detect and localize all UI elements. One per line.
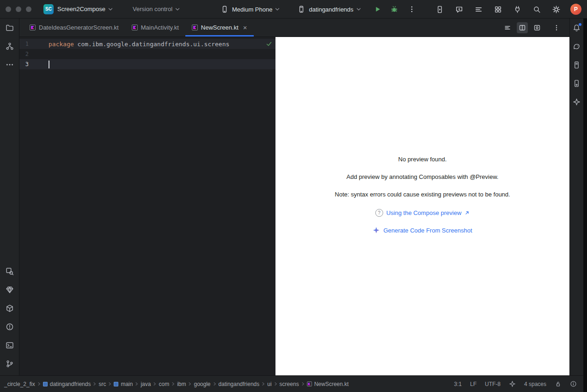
status-gemini-widget[interactable] xyxy=(509,380,516,387)
phone-files-icon xyxy=(573,61,581,69)
close-tab-button[interactable]: × xyxy=(243,24,247,31)
app-inspection-button[interactable] xyxy=(2,263,18,279)
project-selector[interactable]: Screen2Compose xyxy=(54,0,113,18)
problems-button[interactable] xyxy=(2,319,18,335)
terminal-icon xyxy=(6,341,14,349)
tab-label: MainActivity.kt xyxy=(141,24,179,31)
code-view-button[interactable] xyxy=(502,22,513,33)
maximize-window-button[interactable] xyxy=(26,6,31,12)
generate-link-label: Generate Code From Screenshot xyxy=(383,227,472,234)
breadcrumb-item[interactable]: screens xyxy=(279,381,300,387)
chevron-right-icon xyxy=(301,382,305,386)
hierarchy-icon xyxy=(6,42,14,50)
sparkle-icon xyxy=(509,380,516,387)
breadcrumb-item[interactable]: main xyxy=(113,381,133,387)
version-control-menu[interactable]: Version control xyxy=(129,0,180,18)
status-readonly-toggle[interactable] xyxy=(555,380,562,387)
status-line-separator[interactable]: LF xyxy=(470,381,477,387)
breadcrumb-item[interactable]: ibm xyxy=(177,381,186,387)
inspection-ok-icon[interactable] xyxy=(265,40,273,48)
code-line[interactable]: 2 xyxy=(19,49,275,59)
version-control-tool-button[interactable] xyxy=(2,356,18,372)
code-keyword: package xyxy=(49,41,74,48)
device-explorer-button[interactable] xyxy=(570,58,583,71)
status-indent[interactable]: 4 spaces xyxy=(524,381,546,387)
split-view-button[interactable] xyxy=(517,22,528,33)
status-caret-position[interactable]: 3:1 xyxy=(454,381,462,387)
bug-icon xyxy=(391,6,398,13)
minimize-window-button[interactable] xyxy=(16,6,21,12)
breadcrumb-item[interactable]: java xyxy=(140,381,151,387)
chevron-right-icon xyxy=(171,382,175,386)
more-run-actions-button[interactable] xyxy=(407,4,417,14)
generate-code-from-screenshot-link[interactable]: Generate Code From Screenshot xyxy=(373,226,472,234)
preview-message-note: Note: syntax errors could cause existing… xyxy=(335,191,510,198)
module-icon xyxy=(43,382,48,386)
chevron-down-icon xyxy=(108,6,113,12)
scrollbar-track[interactable] xyxy=(583,18,587,392)
line-number: 3 xyxy=(19,61,29,67)
code-line[interactable]: 1 package com.ibm.google.datingandfriend… xyxy=(19,39,275,49)
breadcrumb-item[interactable]: google xyxy=(193,381,211,387)
compose-preview-docs-link[interactable]: ? Using the Compose preview xyxy=(375,208,470,217)
breadcrumb-item[interactable]: _circle_2_fix xyxy=(4,381,36,387)
notification-badge xyxy=(579,23,581,26)
breadcrumb-item[interactable]: src xyxy=(98,381,106,387)
avatar[interactable]: P xyxy=(570,4,581,15)
run-button[interactable] xyxy=(373,4,383,14)
docs-link-label: Using the Compose preview xyxy=(386,209,462,216)
chevron-right-icon xyxy=(108,382,112,386)
more-tool-windows-button[interactable] xyxy=(2,57,18,73)
debug-button[interactable] xyxy=(389,4,399,14)
version-control-label: Version control xyxy=(133,6,172,12)
kebab-icon xyxy=(553,24,560,31)
gradle-button[interactable] xyxy=(570,40,583,53)
tab-dateideasgeneratorscreen[interactable]: DateIdeasGeneratorScreen.kt xyxy=(23,18,125,37)
breadcrumb-item[interactable]: com xyxy=(158,381,170,387)
run-configuration-selector[interactable]: datingandfriends xyxy=(298,0,361,18)
structure-tool-button[interactable] xyxy=(2,38,18,54)
gemini-assistant-button[interactable] xyxy=(454,4,464,14)
running-devices-button[interactable] xyxy=(434,4,445,14)
module-icon xyxy=(114,382,118,386)
gear-icon xyxy=(552,6,560,13)
design-view-icon xyxy=(533,24,541,31)
left-tool-stripe xyxy=(0,18,19,375)
breadcrumb-item[interactable]: ui xyxy=(267,381,272,387)
search-everywhere-button[interactable] xyxy=(532,4,542,14)
logcat-button[interactable] xyxy=(473,4,483,14)
terminal-button[interactable] xyxy=(2,337,18,353)
sdk-sync-button[interactable] xyxy=(512,4,522,14)
left-stripe-bottom xyxy=(2,263,18,375)
ide-window: SC Screen2Compose Version control Medium… xyxy=(0,0,587,392)
chevron-down-icon xyxy=(356,6,361,12)
tab-mainactivity[interactable]: MainActivity.kt xyxy=(125,18,185,37)
project-badge: SC xyxy=(43,4,54,14)
status-inspections-widget[interactable] xyxy=(570,380,577,387)
project-tool-button[interactable] xyxy=(2,20,18,36)
chevron-right-icon xyxy=(37,382,41,386)
editor-options-button[interactable] xyxy=(551,22,562,33)
breadcrumb-item[interactable]: datingandfriends xyxy=(218,381,260,387)
device-manager-side-button[interactable] xyxy=(570,77,583,90)
chevron-right-icon xyxy=(188,382,192,386)
breadcrumb-item[interactable]: datingandfriends xyxy=(43,381,92,387)
settings-button[interactable] xyxy=(551,4,561,14)
device-selector[interactable]: Medium Phone xyxy=(221,0,280,18)
notifications-button[interactable] xyxy=(570,21,583,34)
kotlin-file-icon xyxy=(307,381,312,386)
app-quality-insights-button[interactable] xyxy=(2,282,18,298)
ellipsis-icon xyxy=(6,61,14,69)
build-button[interactable] xyxy=(2,300,18,316)
design-view-button[interactable] xyxy=(532,22,543,33)
breadcrumb: _circle_2_fix datingandfriends src main … xyxy=(4,381,349,387)
tab-newscreen[interactable]: NewScreen.kt × xyxy=(185,18,254,37)
help-icon: ? xyxy=(375,209,383,217)
close-window-button[interactable] xyxy=(6,6,11,12)
breadcrumb-item[interactable]: NewScreen.kt xyxy=(306,381,349,387)
gemini-side-button[interactable] xyxy=(570,95,583,108)
status-encoding[interactable]: UTF-8 xyxy=(485,381,501,387)
code-editor[interactable]: 1 package com.ibm.google.datingandfriend… xyxy=(19,37,275,375)
code-line-current[interactable]: 3 xyxy=(19,59,275,69)
device-manager-button[interactable] xyxy=(493,4,503,14)
